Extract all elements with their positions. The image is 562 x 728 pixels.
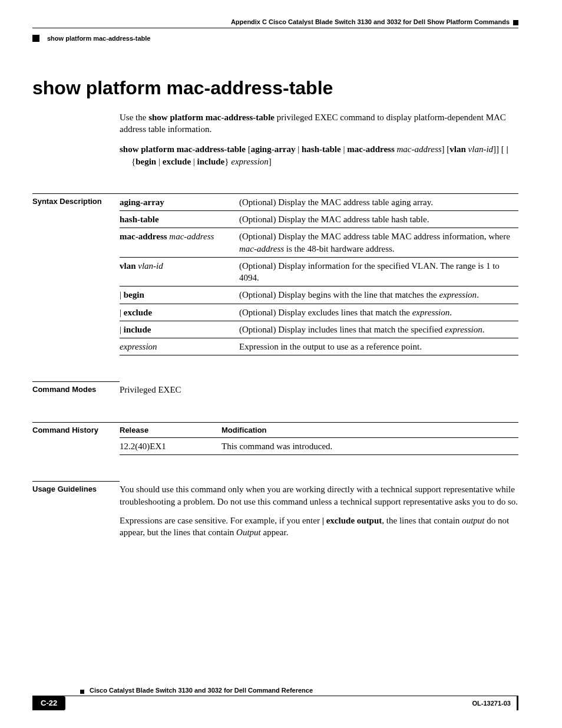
- intro-paragraph: Use the show platform mac-address-table …: [120, 111, 518, 136]
- footer-end-bar-icon: [517, 696, 518, 710]
- table-row: mac-address mac-address(Optional) Displa…: [120, 228, 518, 258]
- syntax-keyword-cell: | begin: [120, 286, 239, 304]
- syntax-desc-cell: (Optional) Display the MAC address table…: [239, 211, 518, 228]
- syntax-desc-cell: (Optional) Display the MAC address table…: [239, 193, 518, 210]
- syntax-keyword-cell: aging-array: [120, 193, 239, 210]
- document-id: OL-13271-03: [472, 699, 513, 708]
- command-history-table: Release Modification 12.2(40)EX1This com…: [120, 422, 518, 456]
- table-row: | exclude(Optional) Display excludes lin…: [120, 304, 518, 321]
- syntax-description-table: aging-array(Optional) Display the MAC ad…: [120, 193, 518, 356]
- syntax-description-section: Syntax Description aging-array(Optional)…: [32, 193, 518, 356]
- section-label: Command Modes: [32, 381, 120, 395]
- syntax-desc-cell: (Optional) Display excludes lines that m…: [239, 304, 518, 321]
- syntax-keyword-cell: | include: [120, 321, 239, 338]
- page-number-badge: C-22: [32, 696, 65, 710]
- syntax-desc-cell: (Optional) Display includes lines that m…: [239, 321, 518, 338]
- table-row: hash-table(Optional) Display the MAC add…: [120, 211, 518, 228]
- section-label: Usage Guidelines: [32, 481, 120, 495]
- command-modes-section: Command Modes Privileged EXEC: [32, 381, 518, 396]
- history-release-cell: 12.2(40)EX1: [120, 438, 222, 455]
- table-row: expressionExpression in the output to us…: [120, 338, 518, 355]
- table-row: | include(Optional) Display includes lin…: [120, 321, 518, 338]
- table-row: | begin(Optional) Display begins with th…: [120, 286, 518, 304]
- header-square-icon: [32, 35, 39, 42]
- section-label: Syntax Description: [32, 193, 120, 207]
- footer-book-title: Cisco Catalyst Blade Switch 3130 and 303…: [90, 687, 313, 694]
- table-row: vlan vlan-id(Optional) Display informati…: [120, 257, 518, 286]
- footer-square-icon: [80, 690, 84, 694]
- usage-guidelines-section: Usage Guidelines You should use this com…: [32, 481, 518, 545]
- section-indicator: show platform mac-address-table: [47, 35, 150, 42]
- usage-para-1: You should use this command only when yo…: [120, 483, 518, 508]
- syntax-keyword-cell: mac-address mac-address: [120, 228, 239, 258]
- syntax-keyword-cell: expression: [120, 338, 239, 355]
- command-modes-value: Privileged EXEC: [120, 385, 181, 394]
- appendix-title: Appendix C Cisco Catalyst Blade Switch 3…: [231, 18, 510, 25]
- syntax-desc-cell: (Optional) Display the MAC address table…: [239, 228, 518, 258]
- syntax-desc-cell: (Optional) Display information for the s…: [239, 257, 518, 286]
- command-title: show platform mac-address-table: [32, 75, 518, 101]
- page-footer: Cisco Catalyst Blade Switch 3130 and 303…: [32, 686, 518, 710]
- history-mod-cell: This command was introduced.: [222, 438, 518, 455]
- header-square-icon: [513, 20, 518, 25]
- history-header-modification: Modification: [222, 422, 518, 438]
- syntax-line: show platform mac-address-table [aging-a…: [120, 143, 518, 167]
- syntax-desc-cell: Expression in the output to use as a ref…: [239, 338, 518, 355]
- syntax-keyword-cell: | exclude: [120, 304, 239, 321]
- command-history-section: Command History Release Modification 12.…: [32, 422, 518, 456]
- syntax-keyword-cell: vlan vlan-id: [120, 257, 239, 286]
- table-row: 12.2(40)EX1This command was introduced.: [120, 438, 518, 455]
- syntax-keyword-cell: hash-table: [120, 211, 239, 228]
- usage-para-2: Expressions are case sensitive. For exam…: [120, 515, 518, 539]
- history-header-release: Release: [120, 422, 222, 438]
- section-label: Command History: [32, 422, 120, 436]
- running-header-section: show platform mac-address-table: [32, 34, 518, 43]
- syntax-desc-cell: (Optional) Display begins with the line …: [239, 286, 518, 304]
- table-row: aging-array(Optional) Display the MAC ad…: [120, 193, 518, 210]
- running-header-top: Appendix C Cisco Catalyst Blade Switch 3…: [32, 18, 518, 28]
